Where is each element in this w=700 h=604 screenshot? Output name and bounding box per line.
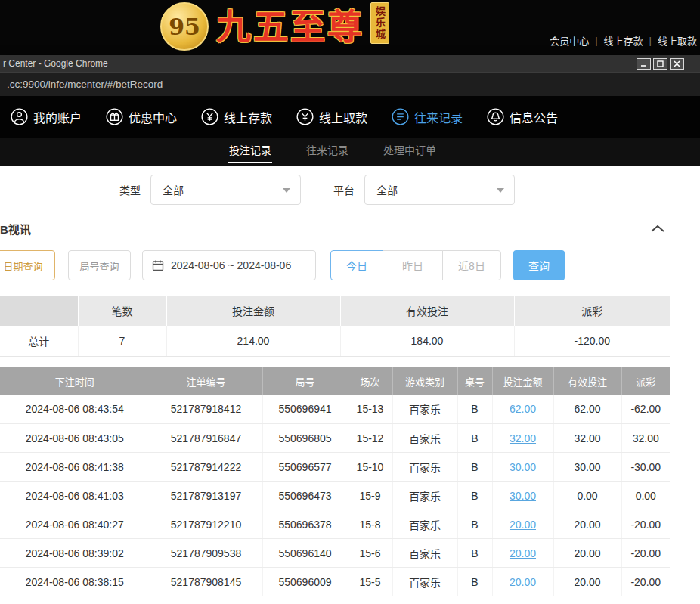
bet-record-row: 2024-08-06 08:41:38 521787914222 5506965…	[0, 453, 670, 482]
bet-record-row: 2024-08-06 08:43:54 521787918412 5506969…	[0, 395, 670, 424]
top-links: 会员中心 | 线上存款 | 线上取款	[550, 33, 697, 48]
top-link-online-withdraw[interactable]: 线上取款	[658, 33, 697, 48]
round-number: 550696473	[262, 482, 348, 510]
payout: 0.00	[621, 482, 670, 510]
site-banner: 95 九五至尊 娱乐城 会员中心 | 线上存款 | 线上取款	[0, 0, 700, 55]
table-number: B	[457, 568, 492, 596]
bet-amount-link[interactable]: 20.00	[492, 568, 553, 596]
bet-amount-link[interactable]: 30.00	[492, 453, 553, 482]
valid-bet: 0.00	[553, 482, 621, 510]
table-number: B	[457, 482, 492, 510]
bet-amount-link[interactable]: 32.00	[492, 424, 553, 453]
user-icon	[11, 108, 28, 125]
total-bet-amount: 214.00	[166, 326, 340, 356]
nav-label: 往来记录	[414, 108, 463, 126]
tab-transaction-records[interactable]: 往来记录	[305, 138, 349, 163]
bet-record-row: 2024-08-06 08:41:03 521787913197 5506964…	[0, 482, 670, 510]
date-range-input[interactable]: 2024-08-06 ~ 2024-08-06	[142, 250, 316, 280]
bet-amount-link[interactable]: 20.00	[492, 539, 553, 568]
session: 15-13	[348, 395, 392, 424]
nav-label: 信息公告	[510, 108, 558, 126]
game-type: 百家乐	[392, 539, 457, 568]
announcement-icon	[487, 108, 504, 125]
valid-bet: 62.00	[553, 395, 621, 424]
session: 15-8	[348, 510, 392, 539]
bet-number: 521787918412	[150, 395, 262, 424]
game-type: 百家乐	[392, 482, 457, 510]
nav-label: 我的账户	[33, 108, 82, 126]
nav-item-online-deposit[interactable]: 线上存款	[201, 108, 272, 126]
maximize-icon	[657, 60, 664, 67]
logo-badge-text: 95	[169, 14, 200, 40]
bet-number: 521787909538	[150, 539, 262, 568]
bet-number: 521787912210	[150, 510, 262, 539]
round-query-button[interactable]: 局号查询	[68, 250, 131, 280]
session: 15-12	[348, 424, 392, 453]
bet-records-table: 下注时间 注单编号 局号 场次 游戏类别 桌号 投注金额 有效投注 派彩 202…	[0, 367, 670, 597]
window-controls	[637, 58, 684, 70]
table-number: B	[457, 510, 492, 539]
game-type: 百家乐	[392, 424, 457, 453]
logo-title: 九五至尊	[216, 2, 364, 51]
summary-col-valid-bet: 有效投注	[340, 296, 514, 326]
session: 15-5	[348, 568, 392, 596]
tab-bet-records[interactable]: 投注记录	[228, 138, 272, 163]
nav-item-my-account[interactable]: 我的账户	[11, 108, 82, 126]
bet-number: 521787908145	[150, 568, 262, 596]
main-nav: 我的账户 优惠中心 线上存款 线上取款 往来记录 信息公告	[0, 96, 700, 138]
link-separator: |	[595, 35, 597, 46]
platform-select[interactable]: 全部	[364, 175, 515, 205]
nav-item-announcements[interactable]: 信息公告	[487, 108, 558, 126]
col-payout: 派彩	[621, 367, 670, 395]
chevron-down-icon	[283, 188, 290, 193]
calendar-icon	[152, 259, 164, 271]
game-type: 百家乐	[392, 568, 457, 596]
round-number: 550696378	[262, 510, 348, 539]
bet-time: 2024-08-06 08:43:54	[0, 395, 150, 424]
col-table-number: 桌号	[457, 367, 492, 395]
valid-bet: 20.00	[553, 539, 621, 568]
date-range-value: 2024-08-06 ~ 2024-08-06	[171, 259, 291, 271]
top-link-online-deposit[interactable]: 线上存款	[604, 33, 643, 48]
valid-bet: 32.00	[553, 424, 621, 453]
bet-amount-link[interactable]: 30.00	[492, 482, 553, 510]
search-button[interactable]: 查询	[513, 250, 565, 280]
summary-col-bet-amount: 投注金额	[166, 296, 340, 326]
last-8-days-button[interactable]: 近8日	[442, 250, 501, 280]
table-number: B	[457, 424, 492, 453]
session: 15-6	[348, 539, 392, 568]
yesterday-button[interactable]: 昨日	[383, 250, 443, 280]
today-button[interactable]: 今日	[330, 250, 383, 280]
top-link-member-center[interactable]: 会员中心	[550, 33, 589, 48]
summary-total-row: 总计 7 214.00 184.00 -120.00	[0, 326, 670, 356]
col-game-type: 游戏类别	[392, 367, 457, 395]
minimize-button[interactable]	[637, 58, 651, 70]
detail-header-row: 下注时间 注单编号 局号 场次 游戏类别 桌号 投注金额 有效投注 派彩	[0, 367, 670, 395]
payout: -62.00	[621, 395, 670, 424]
window-title-bar[interactable]: r Center - Google Chrome	[0, 55, 700, 72]
quick-range-group: 今日 昨日 近8日	[330, 250, 501, 280]
type-filter-label: 类型	[119, 182, 141, 197]
transfer-records-icon	[392, 108, 409, 125]
collapse-section-button[interactable]	[650, 225, 665, 233]
maximize-button[interactable]	[653, 58, 667, 70]
nav-item-promotions[interactable]: 优惠中心	[106, 108, 177, 126]
nav-item-transaction-records[interactable]: 往来记录	[392, 108, 463, 126]
payout: -20.00	[621, 510, 670, 539]
bet-amount-link[interactable]: 20.00	[492, 510, 553, 539]
bet-time: 2024-08-06 08:43:05	[0, 424, 150, 453]
close-button[interactable]	[670, 58, 684, 70]
round-number: 550696805	[262, 424, 348, 453]
bet-record-row: 2024-08-06 08:40:27 521787912210 5506963…	[0, 510, 670, 539]
game-type: 百家乐	[392, 510, 457, 539]
tab-processing-orders[interactable]: 处理中订单	[383, 138, 437, 163]
bet-amount-link[interactable]: 62.00	[492, 395, 553, 424]
date-query-button[interactable]: 日期查询	[0, 250, 55, 280]
total-label: 总计	[0, 326, 78, 356]
total-count: 7	[78, 326, 166, 356]
window-title: r Center - Google Chrome	[3, 58, 637, 69]
nav-item-online-withdraw[interactable]: 线上取款	[296, 108, 367, 126]
chevron-down-icon	[497, 188, 504, 193]
type-select[interactable]: 全部	[150, 175, 301, 205]
url-bar[interactable]: .cc:9900/infe/mcenter/#/betRecord	[0, 72, 700, 96]
